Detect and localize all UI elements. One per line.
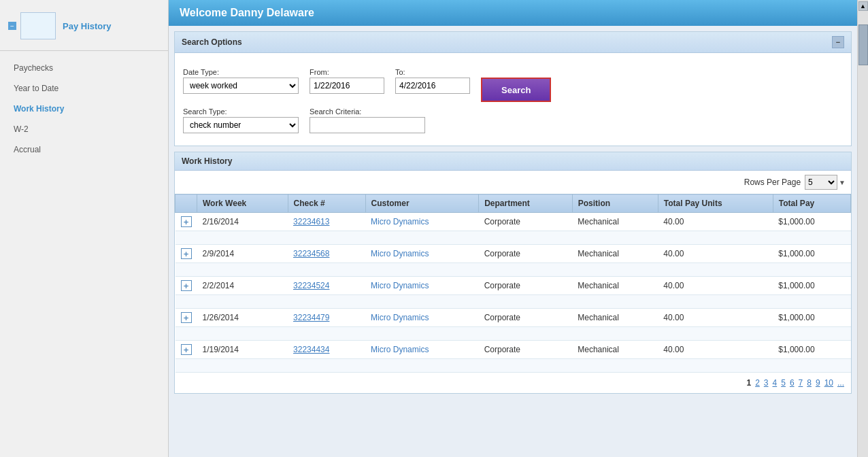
date-type-select[interactable]: week worked check date pay period [183,78,299,94]
sidebar-item-w2[interactable]: W-2 [0,119,168,139]
customer-cell: Micro Dynamics [365,341,479,359]
to-date-input[interactable] [395,78,470,94]
search-options-body: Date Type: week worked check date pay pe… [175,53,851,146]
col-header-position: Position [572,194,658,213]
search-type-label: Search Type: [183,107,299,116]
expand-content [176,327,851,341]
expand-cell: + [176,213,197,231]
col-header-department: Department [479,194,573,213]
page-link[interactable]: 7 [799,378,803,388]
search-button[interactable]: Search [481,78,551,102]
search-options-collapse-button[interactable]: − [832,36,844,48]
expand-button[interactable]: + [181,216,192,227]
total-pay-cell: $1,000.00 [773,213,850,231]
page-link[interactable]: 10 [824,378,833,388]
rows-per-page-select[interactable]: 5 10 25 [805,175,837,190]
page-link[interactable]: 8 [807,378,812,388]
table-row: + 2/16/2014 32234613 Micro Dynamics Corp… [176,213,851,231]
page-link[interactable]: 5 [781,378,786,388]
check-num-cell: 32234434 [288,341,365,359]
from-date-input[interactable] [310,78,384,94]
sidebar: − Pay History Paychecks Year to Date Wor… [0,0,169,457]
work-history-title: Work History [182,156,232,166]
expand-row [176,263,851,277]
position-cell: Mechanical [572,277,658,295]
pay-history-icon [20,12,56,39]
expand-button[interactable]: + [181,344,192,355]
expand-button[interactable]: + [181,280,192,291]
rows-per-page-dropdown-icon[interactable]: ▼ [839,179,846,186]
customer-cell: Micro Dynamics [365,213,479,231]
welcome-title: Welcome Danny Delaware [180,7,314,19]
search-button-wrapper: Search [481,68,551,102]
sidebar-title: Pay History [63,21,112,31]
table-row: + 1/26/2014 32234479 Micro Dynamics Corp… [176,309,851,327]
scrollbar-thumb[interactable] [858,24,868,65]
position-cell: Mechanical [572,309,658,327]
expand-row [176,295,851,309]
sidebar-item-paychecks[interactable]: Paychecks [0,58,168,78]
page-link[interactable]: 6 [790,378,795,388]
check-link[interactable]: 32234613 [293,217,329,226]
rows-per-page-label: Rows Per Page [744,177,801,187]
check-link[interactable]: 32234524 [293,281,329,290]
table-body: + 2/16/2014 32234613 Micro Dynamics Corp… [176,213,851,373]
check-num-cell: 32234613 [288,213,365,231]
expand-cell: + [176,341,197,359]
col-header-total-pay: Total Pay [773,194,850,213]
content-area: Search Options − Date Type: week worked … [169,26,857,457]
search-type-select[interactable]: check number customer department [183,117,299,133]
to-label: To: [395,68,470,76]
page-link[interactable]: ... [837,378,844,388]
expand-button[interactable]: + [181,312,192,323]
page-link[interactable]: 9 [816,378,820,388]
search-criteria-input[interactable] [310,117,425,133]
customer-cell: Micro Dynamics [365,245,479,263]
col-header-pay-units: Total Pay Units [658,194,773,213]
search-options-panel: Search Options − Date Type: week worked … [174,31,852,146]
page-current: 1 [746,378,751,388]
sidebar-item-accrual[interactable]: Accrual [0,139,168,160]
department-cell: Corporate [479,277,573,295]
pay-units-cell: 40.00 [658,213,773,231]
minimize-button[interactable]: − [8,22,16,30]
expand-cell: + [176,277,197,295]
page-link[interactable]: 2 [755,378,760,388]
total-pay-cell: $1,000.00 [773,277,850,295]
check-num-cell: 32234568 [288,245,365,263]
table-row: + 1/19/2014 32234434 Micro Dynamics Corp… [176,341,851,359]
search-row-2: Search Type: check number customer depar… [183,107,843,133]
position-cell: Mechanical [572,213,658,231]
work-week-cell: 1/19/2014 [197,341,288,359]
pay-units-cell: 40.00 [658,341,773,359]
work-history-panel: Work History Rows Per Page 5 10 25 ▼ [174,152,852,394]
pay-units-cell: 40.00 [658,277,773,295]
check-num-cell: 32234479 [288,309,365,327]
to-date-group: To: [395,68,470,94]
page-link[interactable]: 3 [764,378,769,388]
pay-units-cell: 40.00 [658,309,773,327]
customer-value: Micro Dynamics [371,313,429,322]
check-link[interactable]: 32234479 [293,313,329,322]
check-link[interactable]: 32234568 [293,249,329,258]
col-header-workweek-label: Work Week [197,194,288,213]
total-pay-cell: $1,000.00 [773,341,850,359]
scroll-up-button[interactable]: ▲ [858,1,868,11]
expand-row [176,231,851,245]
search-row-1: Date Type: week worked check date pay pe… [183,60,843,102]
expand-row [176,359,851,373]
position-cell: Mechanical [572,341,658,359]
page-link[interactable]: 4 [773,378,778,388]
customer-value: Micro Dynamics [371,217,429,226]
expand-content [176,231,851,245]
expand-button[interactable]: + [181,248,192,259]
scrollbar[interactable]: ▲ [857,0,868,457]
date-type-label: Date Type: [183,68,299,76]
check-link[interactable]: 32234434 [293,345,329,354]
sidebar-item-work-history[interactable]: Work History [0,99,168,119]
work-week-cell: 2/16/2014 [197,213,288,231]
from-date-group: From: [310,68,384,94]
sidebar-item-year-to-date[interactable]: Year to Date [0,78,168,99]
work-history-panel-header: Work History [175,152,851,171]
department-cell: Corporate [479,213,573,231]
